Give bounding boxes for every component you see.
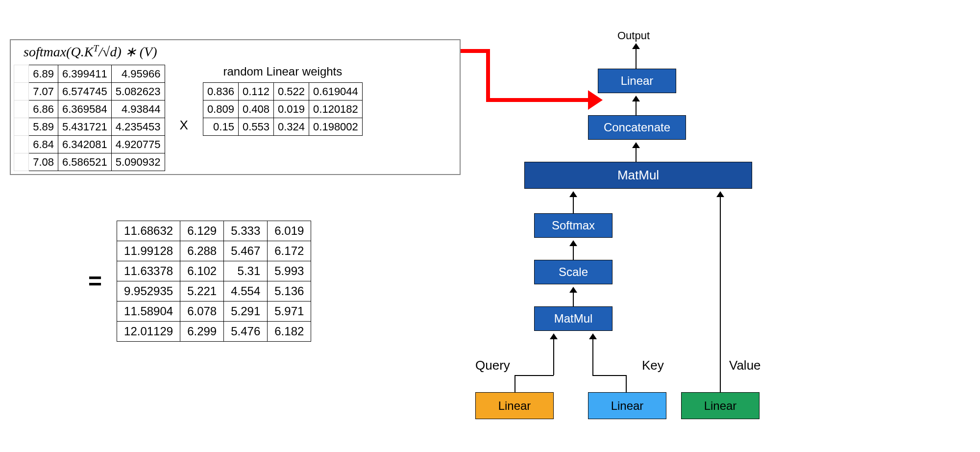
key-label: Key (642, 358, 664, 373)
cell-value: 6.102 (180, 261, 224, 281)
cell-value: 0.809 (203, 100, 238, 118)
cell-value: 6.172 (268, 241, 311, 261)
cell-value: 11.58904 (117, 301, 180, 322)
cell-value: 9.952935 (117, 281, 180, 301)
softmax-formula: softmax(Q.KT/√d) ∗ (V) (14, 43, 457, 60)
cell-value: 6.86 (29, 100, 58, 118)
scale-block: Scale (534, 260, 612, 284)
formula-prefix: softmax (24, 44, 66, 59)
cell-value: 5.89 (29, 118, 58, 136)
cell-value: 6.342081 (58, 136, 112, 153)
cell-value: 0.408 (238, 100, 273, 118)
cell-value: 5.333 (224, 221, 268, 241)
output-label: Output (617, 29, 650, 42)
cell-value: 5.082623 (111, 83, 165, 100)
cell-value: 6.574745 (58, 83, 112, 100)
cell-value: 0.112 (238, 83, 273, 100)
formula-inner: (Q.K (66, 44, 93, 59)
cell-value: 0.019 (274, 100, 309, 118)
cell-value: 0.522 (274, 83, 309, 100)
cell-value: 4.95966 (111, 65, 165, 83)
linear-weights-title: random Linear weights (203, 65, 363, 78)
cell-value: 5.136 (268, 281, 311, 301)
cell-value: 5.291 (224, 301, 268, 322)
cell-empty (14, 100, 29, 118)
cell-value: 7.07 (29, 83, 58, 100)
cell-value: 5.467 (224, 241, 268, 261)
cell-value: 0.836 (203, 83, 238, 100)
value-linear-block: Linear (681, 392, 760, 419)
matrix-result: 11.686326.1295.3336.01911.991286.2885.46… (117, 221, 311, 342)
cell-value: 4.554 (224, 281, 268, 301)
softmax-block: Softmax (534, 213, 612, 238)
cell-value: 5.221 (180, 281, 224, 301)
cell-value: 6.299 (180, 322, 224, 342)
equals-symbol: = (88, 268, 102, 295)
cell-value: 6.369584 (58, 100, 112, 118)
formula-sup: T (93, 43, 98, 53)
matmul-top-block: MatMul (524, 162, 752, 189)
attention-computation-panel: softmax(Q.KT/√d) ∗ (V) 6.896.3994114.959… (10, 39, 461, 175)
multiply-symbol: X (175, 118, 193, 133)
cell-value: 6.84 (29, 136, 58, 153)
cell-empty (14, 136, 29, 153)
value-label: Value (729, 358, 761, 373)
cell-value: 0.120182 (309, 100, 363, 118)
cell-value: 5.090932 (111, 153, 165, 171)
formula-rest: /√d) ∗ (V) (98, 44, 157, 59)
cell-value: 5.31 (224, 261, 268, 281)
cell-value: 12.01129 (117, 322, 180, 342)
cell-value: 7.08 (29, 153, 58, 171)
linear-block: Linear (598, 69, 676, 93)
cell-empty (14, 83, 29, 100)
attention-architecture-diagram: Output Linear Concatenate MatMul Softmax… (524, 29, 956, 431)
matmul-bottom-block: MatMul (534, 306, 612, 331)
cell-value: 6.129 (180, 221, 224, 241)
result-block: = 11.686326.1295.3336.01911.991286.2885.… (88, 221, 311, 342)
cell-value: 6.078 (180, 301, 224, 322)
cell-value: 6.399411 (58, 65, 112, 83)
cell-value: 11.68632 (117, 221, 180, 241)
query-linear-block: Linear (475, 392, 554, 419)
cell-value: 4.235453 (111, 118, 165, 136)
query-label: Query (475, 358, 510, 373)
cell-value: 0.324 (274, 118, 309, 136)
cell-value: 5.431721 (58, 118, 112, 136)
cell-value: 5.971 (268, 301, 311, 322)
cell-empty (14, 118, 29, 136)
cell-value: 5.476 (224, 322, 268, 342)
cell-value: 5.993 (268, 261, 311, 281)
cell-value: 11.99128 (117, 241, 180, 261)
cell-value: 6.288 (180, 241, 224, 261)
concatenate-block: Concatenate (588, 115, 686, 140)
cell-value: 0.198002 (309, 118, 363, 136)
cell-empty (14, 153, 29, 171)
cell-value: 0.553 (238, 118, 273, 136)
cell-empty (14, 65, 29, 83)
cell-value: 6.586521 (58, 153, 112, 171)
cell-value: 11.63378 (117, 261, 180, 281)
cell-value: 0.619044 (309, 83, 363, 100)
cell-value: 4.93844 (111, 100, 165, 118)
matrix-attention-output: 6.896.3994114.959667.076.5747455.0826236… (14, 65, 165, 171)
matrix-linear-weights: 0.8360.1120.5220.6190440.8090.4080.0190.… (203, 82, 363, 136)
cell-value: 0.15 (203, 118, 238, 136)
key-linear-block: Linear (588, 392, 666, 419)
cell-value: 6.019 (268, 221, 311, 241)
cell-value: 4.920775 (111, 136, 165, 153)
cell-value: 6.182 (268, 322, 311, 342)
cell-value: 6.89 (29, 65, 58, 83)
